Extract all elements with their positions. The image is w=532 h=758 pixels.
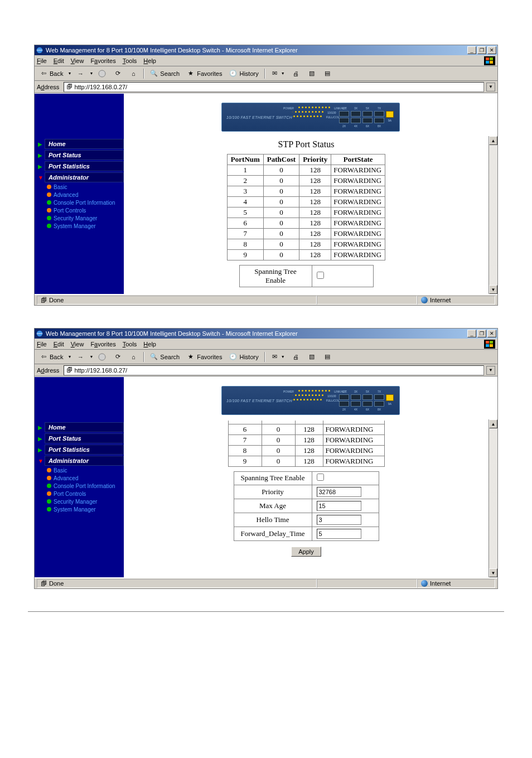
edit-button[interactable]: ▧ (305, 68, 318, 79)
cell-portnum: 2 (227, 176, 263, 186)
menu-favorites[interactable]: Favorites (90, 341, 115, 347)
apply-button[interactable]: Apply (291, 547, 321, 557)
menu-help[interactable]: Help (143, 57, 156, 64)
home-button[interactable]: ⌂ (127, 68, 140, 79)
menu-tools[interactable]: Tools (123, 57, 137, 64)
sidebar-sub-basic[interactable]: Basic (38, 183, 124, 191)
sidebar-sub-advanced[interactable]: Advanced (38, 191, 124, 199)
menu-favorites[interactable]: Favorites (90, 57, 115, 64)
scroll-up-button[interactable]: ▲ (489, 419, 497, 428)
minimize-button[interactable]: _ (467, 46, 476, 54)
mail-icon: ✉ (270, 69, 279, 78)
discuss-button[interactable]: ▤ (321, 68, 334, 79)
main-panel: 10/100 FAST ETHERNET SWITCH POWER LINK/A… (124, 94, 497, 294)
fwd-delay-input[interactable] (317, 529, 361, 539)
hello-input[interactable] (317, 515, 361, 525)
svg-rect-1 (486, 57, 489, 60)
menu-view[interactable]: View (71, 341, 84, 347)
cell-pathcost: 0 (262, 445, 295, 456)
close-button[interactable]: ✕ (487, 330, 496, 337)
cell-portstate: FORWARDING (331, 207, 385, 218)
print-button[interactable]: 🖨 (289, 351, 303, 363)
maxage-input[interactable] (317, 501, 361, 511)
maximize-button[interactable]: ❐ (477, 330, 486, 337)
edit-button[interactable]: ▧ (305, 351, 318, 363)
maximize-button[interactable]: ❐ (477, 46, 486, 54)
address-dropdown-button[interactable]: ▼ (486, 366, 495, 375)
close-button[interactable]: ✕ (487, 46, 496, 54)
sidebar-sub-port-controls[interactable]: Port Controls (38, 206, 124, 214)
svg-point-5 (99, 70, 105, 77)
favorites-button[interactable]: ★Favorites (184, 68, 224, 79)
forward-dropdown-icon[interactable]: ▼ (89, 355, 93, 359)
scroll-down-button[interactable]: ▼ (489, 568, 497, 577)
sidebar-sub-port-controls[interactable]: Port Controls (38, 490, 124, 498)
address-input[interactable] (74, 367, 482, 374)
search-button[interactable]: 🔍Search (147, 68, 182, 79)
menu-edit[interactable]: Edit (54, 341, 64, 347)
scroll-up-button[interactable]: ▲ (489, 136, 497, 145)
sidebar-sub-advanced[interactable]: Advanced (38, 474, 124, 482)
menu-file[interactable]: File (37, 57, 47, 64)
cell-portstate: FORWARDING (331, 176, 385, 186)
menu-edit[interactable]: Edit (54, 57, 64, 64)
forward-dropdown-icon[interactable]: ▼ (89, 71, 93, 75)
sidebar-item-port-statistics[interactable]: Port Statistics (45, 161, 124, 171)
forward-arrow-icon: → (76, 69, 85, 78)
sidebar-sub-system[interactable]: System Manager (38, 505, 124, 513)
arrow-icon: ▶ (38, 447, 45, 453)
stp-enable-checkbox[interactable] (317, 272, 324, 279)
sidebar-sub-security[interactable]: Security Manager (38, 214, 124, 222)
back-button[interactable]: ⇦Back (37, 351, 65, 363)
back-dropdown-icon[interactable]: ▼ (67, 71, 71, 75)
favorites-button[interactable]: ★Favorites (184, 351, 224, 363)
stop-button[interactable] (95, 351, 109, 363)
refresh-button[interactable]: ⟳ (111, 351, 124, 363)
minimize-button[interactable]: _ (467, 330, 476, 337)
svg-rect-4 (490, 61, 493, 64)
sidebar-sub-console[interactable]: Console Port Information (38, 199, 124, 206)
stop-button[interactable] (95, 68, 109, 79)
mail-button[interactable]: ✉▼ (268, 68, 287, 79)
address-input[interactable] (74, 84, 482, 90)
menu-view[interactable]: View (71, 57, 84, 64)
menu-help[interactable]: Help (143, 341, 156, 347)
sidebar-sub-basic[interactable]: Basic (38, 466, 124, 474)
sidebar-item-port-status[interactable]: Port Status (45, 150, 124, 160)
menu-tools[interactable]: Tools (123, 341, 137, 347)
sidebar-item-port-statistics[interactable]: Port Statistics (45, 445, 124, 455)
sidebar-item-home[interactable]: Home (45, 422, 124, 432)
refresh-icon: ⟳ (113, 69, 122, 78)
forward-button[interactable]: → (74, 68, 87, 79)
back-button[interactable]: ⇦Back (37, 68, 65, 79)
home-button[interactable]: ⌂ (127, 351, 140, 363)
mail-button[interactable]: ✉▼ (268, 351, 287, 363)
vertical-scrollbar[interactable]: ▲ ▼ (489, 419, 497, 577)
stp-enable-checkbox[interactable] (317, 474, 324, 481)
discuss-button[interactable]: ▤ (321, 351, 334, 363)
address-dropdown-button[interactable]: ▼ (486, 83, 495, 91)
window-title: Web Management for 8 Port 10/100M Intell… (46, 47, 467, 54)
sidebar-item-administrator[interactable]: Administrator (45, 172, 124, 182)
sidebar-sub-console[interactable]: Console Port Information (38, 482, 124, 490)
vertical-scrollbar[interactable]: ▲ ▼ (489, 136, 497, 294)
back-dropdown-icon[interactable]: ▼ (67, 355, 71, 359)
scroll-down-button[interactable]: ▼ (489, 285, 497, 294)
page-icon: 🗐 (41, 297, 47, 303)
forward-button[interactable]: → (74, 351, 87, 363)
history-button[interactable]: 🕘History (226, 351, 260, 363)
priority-input[interactable] (317, 487, 361, 497)
table-row: 90128FORWARDING (228, 456, 384, 466)
sidebar-item-port-status[interactable]: Port Status (45, 433, 124, 443)
sidebar-item-administrator[interactable]: Administrator (45, 456, 124, 466)
cell-portnum: 8 (227, 239, 263, 250)
cell-portnum: 6 (228, 424, 262, 434)
menu-file[interactable]: File (37, 341, 47, 347)
sidebar-sub-system[interactable]: System Manager (38, 222, 124, 230)
print-button[interactable]: 🖨 (289, 68, 303, 79)
sidebar-sub-security[interactable]: Security Manager (38, 498, 124, 505)
history-button[interactable]: 🕘History (226, 68, 260, 79)
sidebar-item-home[interactable]: Home (45, 139, 124, 149)
search-button[interactable]: 🔍Search (147, 351, 182, 363)
refresh-button[interactable]: ⟳ (111, 68, 124, 79)
